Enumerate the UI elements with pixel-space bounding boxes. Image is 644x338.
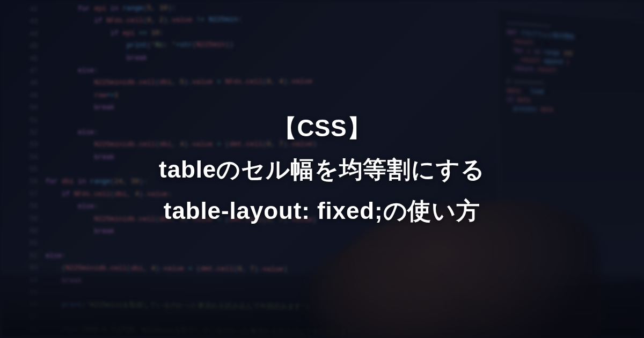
title-line-1: 【CSS】 xyxy=(273,107,371,149)
title-line-3: table-layout: fixed;の使い方 xyxy=(164,190,480,231)
title-line-2: tableのセル幅を均等割にする xyxy=(159,149,485,190)
title-container: 【CSS】 tableのセル幅を均等割にする table-layout: fix… xyxy=(0,0,644,338)
